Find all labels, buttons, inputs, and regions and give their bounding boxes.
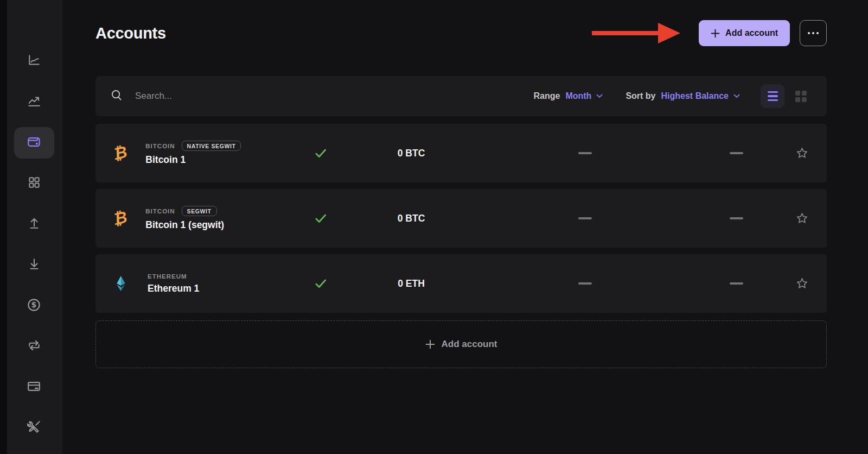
account-name: Ethereum 1: [148, 283, 199, 294]
countervalue-placeholder: [452, 217, 604, 220]
sidebar-item-accounts[interactable]: [14, 127, 54, 159]
sidebar-item-card[interactable]: [14, 371, 54, 403]
page-title: Accounts: [95, 24, 166, 42]
change-placeholder: [604, 282, 792, 285]
range-value: Month: [565, 91, 591, 101]
account-name: Bitcoin 1 (segwit): [145, 219, 224, 231]
header-actions: Add account: [592, 20, 827, 46]
account-info: ETHEREUM Ethereum 1: [113, 273, 270, 294]
countervalue-placeholder: [452, 152, 604, 155]
star-cell: [791, 211, 809, 226]
currency-label: ETHEREUM: [148, 273, 187, 280]
check-icon: [314, 146, 328, 160]
wallet-icon: [27, 135, 41, 152]
star-cell: [791, 146, 809, 161]
swap-arrows-icon: [27, 338, 41, 355]
list-view-icon: [768, 91, 778, 102]
grid-apps-icon: [27, 175, 41, 192]
grid-view-toggle[interactable]: [789, 84, 813, 108]
search-input[interactable]: [135, 91, 363, 102]
receive-arrow-down-icon: [27, 257, 41, 273]
ethereum-icon: [113, 275, 129, 292]
star-icon[interactable]: [795, 146, 809, 161]
account-info: ₿ BITCOIN SEGWIT Bitcoin 1 (segwit): [113, 206, 270, 231]
svg-text:$: $: [31, 300, 37, 309]
send-arrow-up-icon: [27, 216, 41, 232]
sidebar-item-discover[interactable]: [14, 168, 54, 199]
sidebar: $: [0, 0, 62, 454]
portfolio-chart-icon: [27, 53, 41, 70]
countervalue-placeholder: [452, 282, 604, 285]
credit-card-icon: [27, 379, 41, 396]
check-icon: [314, 211, 328, 225]
market-trend-icon: [27, 94, 41, 110]
account-balance: 0 ETH: [371, 278, 452, 289]
dollar-circle-icon: $: [27, 298, 41, 314]
ellipsis-icon: [808, 32, 819, 35]
page-header: Accounts Add account: [95, 20, 827, 47]
add-account-button[interactable]: Add account: [699, 20, 790, 46]
star-icon[interactable]: [795, 276, 809, 291]
range-label: Range: [534, 91, 560, 101]
add-account-button-label: Add account: [725, 28, 778, 38]
bitcoin-icon: ₿: [111, 143, 129, 162]
change-placeholder: [604, 217, 792, 220]
address-type-badge: NATIVE SEGWIT: [182, 141, 241, 151]
sort-label: Sort by: [626, 91, 655, 101]
currency-label: BITCOIN: [145, 208, 175, 215]
plus-icon: [425, 339, 435, 349]
sort-dropdown[interactable]: Highest Balance: [661, 91, 740, 101]
sidebar-item-market[interactable]: [14, 86, 54, 118]
sidebar-item-tools[interactable]: [14, 412, 54, 444]
sidebar-item-send[interactable]: [14, 209, 54, 240]
currency-label: BITCOIN: [145, 143, 175, 149]
tools-icon: [27, 420, 41, 436]
grid-view-icon: [795, 91, 807, 102]
filter-controls: Range Month Sort by Highest Balance: [534, 84, 813, 108]
list-view-toggle[interactable]: [761, 84, 784, 108]
account-info: ₿ BITCOIN NATIVE SEGWIT Bitcoin 1: [113, 141, 270, 166]
chevron-down-icon: [733, 94, 740, 98]
search-icon: [111, 89, 123, 104]
accounts-list: ₿ BITCOIN NATIVE SEGWIT Bitcoin 1 0 BTC: [95, 124, 827, 313]
account-balance: 0 BTC: [371, 213, 452, 224]
red-arrow-icon: [592, 22, 681, 44]
change-placeholder: [604, 152, 792, 155]
account-row-bitcoin-1[interactable]: ₿ BITCOIN NATIVE SEGWIT Bitcoin 1 0 BTC: [95, 124, 827, 182]
account-balance: 0 BTC: [371, 148, 452, 159]
bitcoin-icon: ₿: [111, 209, 129, 228]
chevron-down-icon: [596, 94, 603, 98]
check-icon: [314, 276, 328, 291]
more-options-button[interactable]: [800, 20, 827, 46]
accounts-toolbar: Range Month Sort by Highest Balance: [95, 76, 827, 116]
account-row-bitcoin-1-segwit[interactable]: ₿ BITCOIN SEGWIT Bitcoin 1 (segwit) 0 BT…: [95, 189, 827, 248]
sync-status: [270, 146, 371, 160]
address-type-badge: SEGWIT: [182, 206, 217, 216]
sidebar-item-receive[interactable]: [14, 249, 54, 281]
account-row-ethereum-1[interactable]: ETHEREUM Ethereum 1 0 ETH: [95, 254, 827, 313]
sync-status: [270, 276, 371, 291]
sync-status: [270, 211, 371, 225]
search-area: [111, 89, 534, 104]
sidebar-item-swap[interactable]: [14, 331, 54, 362]
sort-value: Highest Balance: [661, 91, 729, 101]
view-toggles: [761, 84, 813, 108]
sidebar-item-buy-sell[interactable]: $: [14, 290, 54, 321]
plus-icon: [711, 29, 720, 38]
main-content: Accounts Add account Range Mont: [62, 0, 868, 454]
add-account-placeholder-label: Add account: [442, 339, 497, 350]
account-name: Bitcoin 1: [145, 154, 241, 166]
range-dropdown[interactable]: Month: [565, 91, 603, 101]
sidebar-item-portfolio[interactable]: [14, 46, 54, 77]
star-icon[interactable]: [795, 211, 809, 226]
star-cell: [791, 276, 809, 291]
add-account-placeholder-button[interactable]: Add account: [95, 320, 827, 368]
